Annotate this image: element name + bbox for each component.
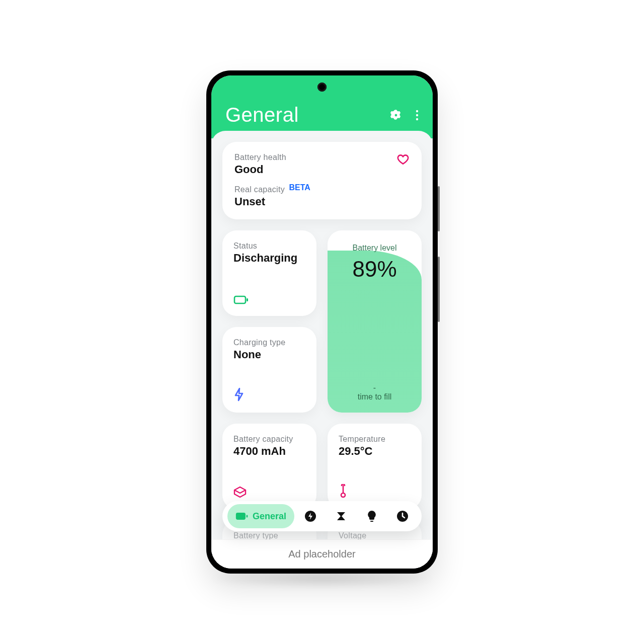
bolt-icon: [233, 387, 305, 401]
battery-level-value: 89%: [337, 257, 413, 282]
capacity-card[interactable]: Battery capacity 4700 mAh: [222, 424, 316, 509]
real-capacity-label: Real capacity: [234, 185, 285, 194]
volume-button: [438, 186, 440, 231]
charging-type-card[interactable]: Charging type None: [222, 327, 316, 413]
box-icon: [233, 486, 305, 498]
svg-point-1: [416, 110, 418, 112]
svg-point-0: [395, 114, 397, 116]
svg-point-3: [416, 118, 418, 120]
time-to-fill-label: time to fill: [337, 392, 413, 401]
settings-icon[interactable]: [389, 109, 403, 122]
real-capacity-value: Unset: [234, 195, 410, 208]
bottom-nav: General: [222, 501, 422, 531]
beta-badge: BETA: [289, 183, 310, 192]
battery-health-value: Good: [234, 163, 286, 176]
camera-cutout: [317, 83, 327, 92]
status-label: Status: [233, 242, 305, 251]
svg-rect-4: [234, 296, 246, 303]
power-button: [438, 257, 440, 322]
heart-icon: [396, 153, 410, 166]
scroll-region[interactable]: Battery health Good Real capacity BETA U…: [211, 131, 433, 539]
phone-frame: General Battery health Good: [206, 70, 438, 574]
nav-charge[interactable]: [296, 504, 325, 528]
svg-point-6: [341, 493, 345, 497]
capacity-value: 4700 mAh: [233, 445, 305, 458]
ad-placeholder: Ad placeholder: [211, 539, 433, 569]
temperature-value: 29.5°C: [339, 445, 411, 458]
temperature-label: Temperature: [339, 435, 411, 444]
temperature-card[interactable]: Temperature 29.5°C: [328, 424, 422, 509]
voltage-label: Voltage: [339, 531, 411, 539]
battery-health-label: Battery health: [234, 153, 286, 162]
page-title: General: [225, 104, 299, 126]
battery-level-label: Battery level: [337, 244, 413, 253]
more-icon[interactable]: [416, 109, 419, 121]
screen: General Battery health Good: [211, 75, 433, 569]
capacity-label: Battery capacity: [233, 435, 305, 444]
svg-rect-5: [247, 298, 248, 301]
nav-stats[interactable]: [327, 504, 356, 528]
svg-rect-8: [247, 515, 248, 517]
health-card[interactable]: Battery health Good Real capacity BETA U…: [222, 142, 422, 219]
svg-rect-7: [236, 513, 246, 520]
nav-general[interactable]: General: [227, 504, 294, 528]
svg-rect-10: [370, 521, 373, 522]
battery-level-card[interactable]: Battery level 89% - time to fill: [328, 230, 422, 413]
svg-point-2: [416, 114, 418, 116]
status-value: Discharging: [233, 252, 305, 265]
battery-icon: [233, 295, 305, 305]
status-card[interactable]: Status Discharging: [222, 230, 316, 316]
thermometer-icon: [339, 484, 411, 498]
battery-type-label: Battery type: [233, 531, 305, 539]
nav-general-label: General: [253, 511, 286, 522]
charging-type-label: Charging type: [233, 338, 305, 347]
time-to-fill-value: -: [337, 383, 413, 392]
charging-type-value: None: [233, 348, 305, 361]
nav-history[interactable]: [388, 504, 417, 528]
nav-tips[interactable]: [358, 504, 386, 528]
